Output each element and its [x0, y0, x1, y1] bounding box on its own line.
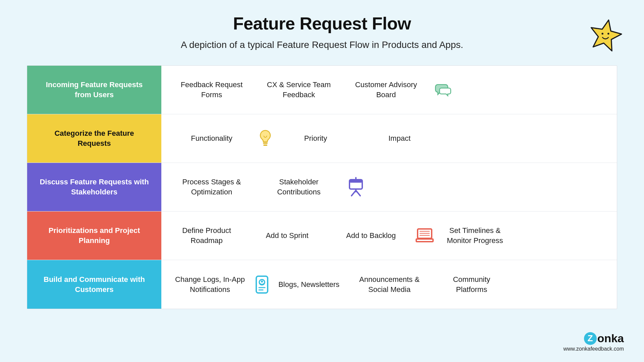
svg-rect-11 — [416, 239, 433, 242]
row-item: Change Logs, In-App Notifications — [168, 275, 252, 294]
svg-point-1 — [607, 33, 609, 35]
easel-icon — [342, 177, 369, 197]
row-content: Functionality Priority Impact — [161, 114, 617, 163]
row-label: Incoming Feature Requests from Users — [27, 66, 161, 114]
brand-logo: Z onka www.zonkafeedback.com — [563, 332, 624, 352]
row-content: Feedback Request Forms CX & Service Team… — [161, 66, 617, 114]
svg-rect-3 — [263, 144, 267, 146]
svg-line-9 — [356, 190, 360, 196]
row-categorize: Categorize the Feature Requests Function… — [27, 114, 617, 163]
row-item: Priority — [275, 133, 356, 143]
laptop-icon — [413, 227, 436, 244]
row-item: Stakeholder Contributions — [255, 177, 342, 197]
row-label: Prioritizations and Project Planning — [27, 212, 161, 260]
badge-icon — [252, 275, 272, 294]
page-title: Feature Request Flow — [0, 13, 644, 34]
row-item: Announcements & Social Media — [346, 275, 433, 294]
row-item: Process Stages & Optimization — [168, 177, 255, 197]
footer-url: www.zonkafeedback.com — [563, 346, 624, 352]
chat-icon — [430, 80, 457, 99]
row-prioritize: Prioritizations and Project Planning Def… — [27, 212, 617, 260]
row-item: Functionality — [168, 133, 255, 143]
row-item: Community Platforms — [433, 275, 510, 294]
flow-table: Incoming Feature Requests from Users Fee… — [27, 65, 617, 309]
page-subtitle: A depiction of a typical Feature Request… — [0, 40, 644, 50]
row-item: Impact — [356, 133, 443, 143]
row-item: Feedback Request Forms — [168, 80, 255, 100]
row-item: Customer Advisory Board — [342, 80, 430, 100]
svg-point-0 — [601, 33, 603, 35]
row-discuss: Discuss Feature Requests with Stakeholde… — [27, 163, 617, 212]
logo-mark: Z — [584, 332, 597, 345]
row-content: Define Product Roadmap Add to Sprint Add… — [161, 212, 617, 260]
row-item: Set Timelines & Monitor Progress — [436, 226, 514, 245]
row-item: Add to Backlog — [329, 231, 413, 241]
star-icon — [587, 17, 624, 54]
row-item: Blogs, Newsletters — [272, 280, 346, 290]
row-item: CX & Service Team Feedback — [255, 80, 342, 100]
svg-line-8 — [352, 190, 356, 196]
row-content: Process Stages & Optimization Stakeholde… — [161, 163, 617, 211]
lightbulb-icon — [255, 128, 275, 148]
row-label: Build and Communicate with Customers — [27, 260, 161, 309]
row-incoming: Incoming Feature Requests from Users Fee… — [27, 66, 617, 114]
svg-point-17 — [261, 281, 263, 283]
row-item: Add to Sprint — [245, 231, 329, 241]
row-label: Discuss Feature Requests with Stakeholde… — [27, 163, 161, 211]
logo-text: onka — [597, 332, 624, 345]
row-build: Build and Communicate with Customers Cha… — [27, 260, 617, 309]
svg-rect-2 — [263, 142, 268, 144]
row-label: Categorize the Feature Requests — [27, 114, 161, 163]
row-content: Change Logs, In-App Notifications Blogs,… — [161, 260, 617, 309]
row-item: Define Product Roadmap — [168, 226, 245, 245]
